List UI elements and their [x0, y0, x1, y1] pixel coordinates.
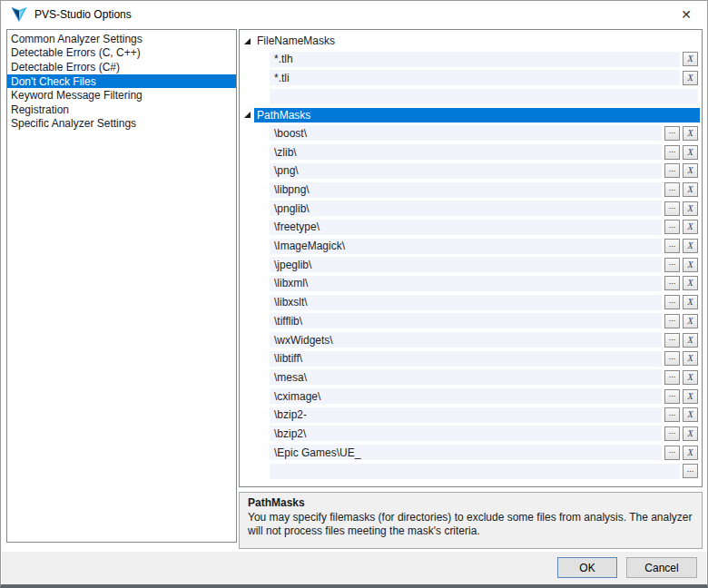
browse-button[interactable]: ... — [683, 464, 698, 478]
mask-value-field[interactable]: \bzip2\ — [270, 426, 662, 441]
description-body: You may specify filemasks (for directori… — [248, 511, 693, 539]
browse-button[interactable]: ... — [664, 258, 680, 272]
x-icon: X — [687, 74, 693, 83]
delete-button[interactable]: X — [683, 407, 698, 422]
x-icon: X — [687, 448, 693, 457]
delete-button[interactable]: X — [683, 163, 698, 178]
mask-value-field[interactable]: \freetype\ — [270, 220, 662, 235]
browse-button[interactable]: ... — [664, 201, 680, 216]
section-rows: *.tlh X *.tli X — [240, 52, 700, 104]
browse-button[interactable]: ... — [664, 145, 680, 160]
sidebar-item[interactable]: Specific Analyzer Settings — [7, 117, 236, 132]
ellipsis-icon: ... — [669, 317, 676, 320]
delete-button[interactable]: X — [683, 295, 698, 309]
mask-row: \jpeglib\ ...X — [270, 257, 698, 272]
ellipsis-icon: ... — [669, 260, 676, 264]
mask-value-field[interactable] — [270, 464, 680, 479]
browse-button[interactable]: ... — [664, 239, 680, 253]
delete-button[interactable]: X — [683, 52, 698, 66]
delete-button[interactable]: X — [683, 446, 698, 460]
browse-button[interactable]: ... — [664, 163, 680, 178]
close-icon[interactable]: ✕ — [665, 1, 707, 28]
pvs-studio-logo-icon — [11, 6, 27, 23]
mask-value-field[interactable]: \jpeglib\ — [270, 257, 662, 272]
mask-row: \libtiff\ ...X — [270, 351, 698, 367]
delete-button[interactable]: X — [683, 145, 698, 160]
delete-button[interactable]: X — [683, 314, 698, 328]
sidebar-item[interactable]: Keyword Message Filtering — [7, 88, 236, 103]
mask-value-field[interactable] — [270, 89, 698, 104]
delete-button[interactable]: X — [683, 220, 698, 234]
titlebar: PVS-Studio Options ✕ — [1, 1, 707, 28]
delete-button[interactable]: X — [683, 370, 698, 385]
delete-button[interactable]: X — [683, 126, 698, 141]
mask-value-field[interactable]: \cximage\ — [270, 388, 662, 404]
mask-value-field[interactable]: \libpng\ — [270, 182, 662, 198]
delete-button[interactable]: X — [683, 182, 698, 197]
delete-button[interactable]: X — [683, 71, 698, 85]
browse-button[interactable]: ... — [664, 389, 680, 404]
mask-value-field[interactable]: \libtiff\ — [270, 351, 662, 367]
mask-value-field[interactable]: \tifflib\ — [270, 313, 662, 328]
delete-button[interactable]: X — [683, 389, 698, 404]
ellipsis-icon: ... — [669, 355, 676, 358]
mask-value-field[interactable]: \png\ — [270, 163, 662, 179]
browse-button[interactable]: ... — [664, 351, 680, 366]
mask-row: \cximage\ ...X — [270, 388, 698, 404]
cancel-button[interactable]: Cancel — [626, 557, 697, 578]
sidebar-item[interactable]: Registration — [7, 103, 236, 117]
delete-button[interactable]: X — [683, 426, 698, 441]
expander-icon[interactable] — [244, 112, 251, 118]
browse-button[interactable]: ... — [664, 370, 680, 385]
property-grid: FileNameMasks *.tlh X *.tli X PathMasks … — [239, 29, 703, 487]
sidebar-item-label: Detectable Errors (C, C++) — [11, 46, 141, 59]
mask-row: \libxslt\ ...X — [270, 295, 698, 310]
mask-value-field[interactable]: \Epic Games\UE_ — [270, 445, 662, 460]
browse-button[interactable]: ... — [664, 314, 680, 328]
mask-value-field[interactable]: \mesa\ — [270, 369, 662, 385]
browse-button[interactable]: ... — [664, 182, 680, 197]
sidebar-item[interactable]: Detectable Errors (C, C++) — [7, 46, 236, 61]
browse-button[interactable]: ... — [664, 333, 680, 348]
sidebar-item[interactable]: Detectable Errors (C#) — [7, 60, 236, 74]
mask-value-field[interactable]: \libxml\ — [270, 276, 662, 291]
x-icon: X — [687, 392, 693, 401]
settings-category-list[interactable]: Common Analyzer Settings Detectable Erro… — [6, 29, 237, 543]
ok-button[interactable]: OK — [557, 557, 617, 578]
ellipsis-icon: ... — [669, 223, 676, 227]
mask-value-field[interactable]: \boost\ — [270, 125, 662, 141]
mask-value-field[interactable]: *.tlh — [270, 52, 680, 67]
mask-value-field[interactable]: \pnglib\ — [270, 201, 662, 216]
delete-button[interactable]: X — [683, 333, 698, 348]
mask-value-field[interactable]: \zlib\ — [270, 144, 662, 160]
browse-button[interactable]: ... — [664, 126, 680, 141]
browse-button[interactable]: ... — [664, 407, 680, 422]
ellipsis-icon: ... — [669, 148, 676, 152]
section-label: FileNameMasks — [257, 34, 335, 47]
browse-button[interactable]: ... — [664, 220, 680, 234]
window-title: PVS-Studio Options — [34, 8, 132, 21]
delete-button[interactable]: X — [683, 258, 698, 272]
browse-button[interactable]: ... — [664, 295, 680, 309]
sidebar-item[interactable]: Don't Check Files — [7, 74, 236, 89]
browse-button[interactable]: ... — [664, 446, 680, 460]
section-header[interactable]: FileNameMasks — [240, 34, 700, 48]
x-icon: X — [687, 185, 693, 194]
mask-row: \bzip2- ...X — [270, 407, 698, 423]
delete-button[interactable]: X — [683, 201, 698, 216]
mask-value-field[interactable]: \wxWidgets\ — [270, 332, 662, 348]
browse-button[interactable]: ... — [664, 426, 680, 441]
mask-value-field[interactable]: *.tli — [270, 70, 680, 85]
browse-button[interactable]: ... — [664, 276, 680, 290]
delete-button[interactable]: X — [683, 239, 698, 253]
mask-value-field[interactable]: \ImageMagick\ — [270, 239, 662, 254]
section-header[interactable]: PathMasks — [240, 108, 700, 122]
mask-value-field[interactable]: \libxslt\ — [270, 295, 662, 310]
delete-button[interactable]: X — [683, 351, 698, 366]
expander-icon[interactable] — [244, 38, 251, 44]
sidebar-item[interactable]: Common Analyzer Settings — [7, 32, 236, 46]
mask-value-field[interactable]: \bzip2- — [270, 407, 662, 423]
description-panel: PathMasks You may specify filemasks (for… — [239, 492, 703, 549]
delete-button[interactable]: X — [683, 276, 698, 290]
ellipsis-icon: ... — [669, 299, 676, 302]
